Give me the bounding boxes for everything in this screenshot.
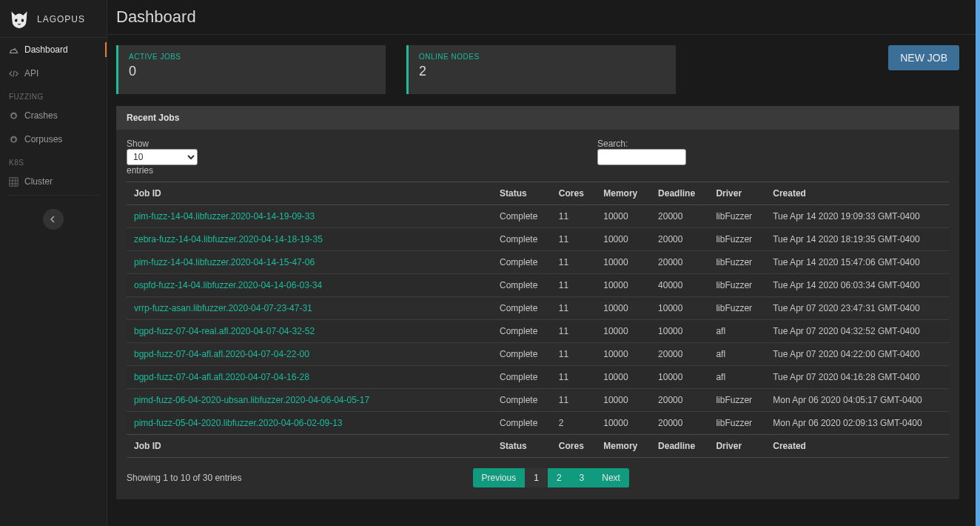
brand[interactable]: LAGOPUS — [0, 3, 107, 38]
brand-text: LAGOPUS — [37, 14, 85, 24]
cell-cores: 11 — [551, 205, 596, 228]
cell-deadline: 10000 — [651, 366, 708, 389]
column-header[interactable]: Memory — [596, 182, 651, 205]
column-header[interactable]: Job ID — [127, 435, 492, 458]
cell-driver: libFuzzer — [708, 297, 765, 320]
cell-status: Complete — [492, 389, 551, 412]
job-link[interactable]: bgpd-fuzz-07-04-afl.afl.2020-04-07-04-16… — [134, 372, 309, 382]
column-header[interactable]: Created — [765, 182, 949, 205]
pager-page[interactable]: 2 — [548, 468, 571, 487]
sidebar-item-dashboard[interactable]: Dashboard — [0, 38, 107, 61]
gear-icon — [9, 135, 19, 144]
job-link[interactable]: pim-fuzz-14-04.libfuzzer.2020-04-14-19-0… — [134, 211, 315, 222]
job-link[interactable]: pimd-fuzz-06-04-2020-ubsan.libfuzzer.202… — [134, 395, 369, 405]
column-header[interactable]: Driver — [708, 435, 765, 458]
cell-cores: 11 — [551, 251, 596, 274]
sidebar-item-cluster[interactable]: Cluster — [0, 170, 107, 193]
svg-point-1 — [21, 19, 24, 21]
cell-created: Tue Apr 14 2020 06:03:34 GMT-0400 — [765, 274, 949, 297]
cell-created: Tue Apr 07 2020 04:22:00 GMT-0400 — [765, 343, 949, 366]
cell-job-id: vrrp-fuzz-asan.libfuzzer.2020-04-07-23-4… — [127, 297, 492, 320]
cell-cores: 11 — [551, 274, 596, 297]
column-header[interactable]: Created — [765, 435, 949, 458]
sidebar-item-crashes[interactable]: Crashes — [0, 104, 107, 127]
new-job-button[interactable]: NEW JOB — [888, 45, 959, 70]
table-row: zebra-fuzz-14-04.libfuzzer.2020-04-14-18… — [127, 228, 949, 251]
column-header[interactable]: Cores — [551, 435, 596, 458]
job-link[interactable]: zebra-fuzz-14-04.libfuzzer.2020-04-14-18… — [134, 234, 323, 244]
cell-driver: afl — [708, 343, 765, 366]
collapse-sidebar-button[interactable] — [43, 209, 64, 230]
column-header[interactable]: Status — [492, 182, 551, 205]
cell-created: Tue Apr 14 2020 18:19:35 GMT-0400 — [765, 228, 949, 251]
stat-label: ACTIVE JOBS — [129, 53, 375, 61]
sidebar-item-api[interactable]: API — [0, 61, 107, 85]
scrollbar[interactable] — [976, 0, 980, 526]
logo-icon — [9, 9, 30, 30]
sidebar-item-label: Cluster — [24, 176, 53, 187]
cell-memory: 10000 — [596, 320, 651, 343]
cell-memory: 10000 — [596, 412, 651, 435]
table-info: Showing 1 to 10 of 30 entries — [127, 473, 241, 483]
pager-page[interactable]: 3 — [571, 468, 594, 487]
search-label: Search: — [597, 139, 686, 149]
cell-created: Tue Apr 07 2020 23:47:31 GMT-0400 — [765, 297, 949, 320]
search-input[interactable] — [597, 149, 686, 165]
page-length-select[interactable]: 10 — [127, 149, 198, 165]
column-header[interactable]: Deadline — [651, 182, 708, 205]
svg-point-0 — [16, 19, 18, 21]
cell-created: Tue Apr 14 2020 19:09:33 GMT-0400 — [765, 205, 949, 228]
column-header[interactable]: Memory — [596, 435, 651, 458]
page-header: Dashboard — [107, 0, 976, 35]
cell-memory: 10000 — [596, 251, 651, 274]
entries-label: entries — [127, 165, 198, 176]
svg-rect-2 — [10, 177, 18, 185]
cell-cores: 11 — [551, 228, 596, 251]
cell-driver: libFuzzer — [708, 389, 765, 412]
cell-created: Tue Apr 07 2020 04:16:28 GMT-0400 — [765, 366, 949, 389]
column-header[interactable]: Status — [492, 435, 551, 458]
cell-driver: libFuzzer — [708, 205, 765, 228]
sidebar-item-label: API — [24, 68, 38, 79]
job-link[interactable]: bgpd-fuzz-07-04-real.afl.2020-04-07-04-3… — [134, 326, 315, 336]
pager-next[interactable]: Next — [593, 468, 629, 487]
cell-job-id: bgpd-fuzz-07-04-afl.afl.2020-04-07-04-16… — [127, 366, 492, 389]
table-row: ospfd-fuzz-14-04.libfuzzer.2020-04-14-06… — [127, 274, 949, 297]
cell-status: Complete — [492, 205, 551, 228]
page-title: Dashboard — [116, 7, 962, 27]
cell-memory: 10000 — [596, 366, 651, 389]
job-link[interactable]: pimd-fuzz-05-04-2020.libfuzzer.2020-04-0… — [134, 418, 343, 428]
cell-job-id: pimd-fuzz-06-04-2020-ubsan.libfuzzer.202… — [127, 389, 492, 412]
search-control: Search: — [597, 139, 686, 176]
sidebar-item-corpuses[interactable]: Corpuses — [0, 127, 107, 151]
job-link[interactable]: bgpd-fuzz-07-04-afl.afl.2020-04-07-04-22… — [134, 349, 309, 359]
column-header[interactable]: Driver — [708, 182, 765, 205]
column-header[interactable]: Deadline — [651, 435, 708, 458]
cell-deadline: 20000 — [651, 251, 708, 274]
cell-driver: libFuzzer — [708, 251, 765, 274]
pager-prev[interactable]: Previous — [473, 468, 526, 487]
cell-deadline: 20000 — [651, 389, 708, 412]
pager-page[interactable]: 1 — [525, 468, 548, 487]
job-link[interactable]: vrrp-fuzz-asan.libfuzzer.2020-04-07-23-4… — [134, 303, 312, 313]
stat-value: 2 — [419, 64, 665, 79]
cell-status: Complete — [492, 412, 551, 435]
cell-memory: 10000 — [596, 228, 651, 251]
column-header[interactable]: Job ID — [127, 182, 492, 205]
job-link[interactable]: pim-fuzz-14-04.libfuzzer.2020-04-14-15-4… — [134, 257, 315, 267]
sidebar-item-label: Crashes — [24, 110, 58, 121]
nav-section-fuzzing: FUZZING — [0, 85, 107, 104]
stat-label: ONLINE NODES — [419, 53, 665, 61]
cell-cores: 2 — [551, 412, 596, 435]
cell-status: Complete — [492, 228, 551, 251]
sidebar: LAGOPUS Dashboard API FUZZING Crashes Co… — [0, 0, 107, 526]
sidebar-item-label: Corpuses — [24, 134, 62, 144]
cell-status: Complete — [492, 366, 551, 389]
code-icon — [9, 69, 19, 79]
job-link[interactable]: ospfd-fuzz-14-04.libfuzzer.2020-04-14-06… — [134, 280, 322, 290]
pagination: Previous123Next — [473, 468, 629, 487]
cell-driver: libFuzzer — [708, 274, 765, 297]
cell-job-id: bgpd-fuzz-07-04-real.afl.2020-04-07-04-3… — [127, 320, 492, 343]
cell-deadline: 20000 — [651, 205, 708, 228]
column-header[interactable]: Cores — [551, 182, 596, 205]
